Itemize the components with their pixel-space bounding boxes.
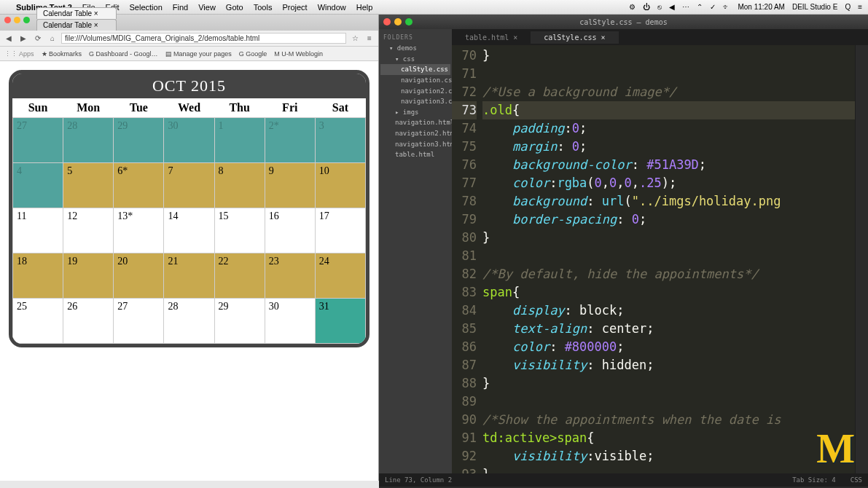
back-icon[interactable]: ◀ <box>3 34 15 42</box>
calendar-cell[interactable]: 30 <box>164 118 214 163</box>
editor-tab[interactable]: calStyle.css × <box>531 31 618 44</box>
menu-goto[interactable]: Goto <box>226 3 243 12</box>
code-line[interactable]: visibility: hidden; <box>482 356 855 374</box>
bookmark-item[interactable]: G Dashboard - Googl… <box>89 50 158 58</box>
chrome-traffic-lights[interactable] <box>4 17 30 23</box>
sidebar-item[interactable]: navigation.html <box>380 117 450 128</box>
code-line[interactable]: margin: 0; <box>482 138 855 156</box>
calendar-cell[interactable]: 20 <box>114 253 164 299</box>
menu-view[interactable]: View <box>198 3 216 12</box>
code-line[interactable]: } <box>482 465 855 473</box>
sidebar-item[interactable]: table.html <box>380 149 450 160</box>
calendar-cell[interactable]: 4 <box>13 163 63 208</box>
code-line[interactable]: .old{ <box>482 101 855 119</box>
calendar-cell[interactable]: 8 <box>214 163 265 208</box>
code-line[interactable]: display: block; <box>482 302 855 320</box>
calendar-cell[interactable]: 26 <box>63 299 114 344</box>
reload-icon[interactable]: ⟳ <box>32 34 44 42</box>
calendar-cell[interactable]: 30 <box>265 299 315 344</box>
menu-find[interactable]: Find <box>173 3 188 12</box>
calendar-cell[interactable]: 3 <box>315 118 365 163</box>
menubar-status[interactable]: ✓ <box>710 3 716 11</box>
calendar-cell[interactable]: 6* <box>114 163 164 208</box>
menu-icon[interactable]: ≡ <box>364 34 375 42</box>
bookmark-item[interactable]: G Google <box>239 50 267 58</box>
calendar-cell[interactable]: 31 <box>315 299 365 344</box>
bookmark-item[interactable]: ★ Bookmarks <box>42 50 82 58</box>
code-line[interactable]: background: url("../imgs/holiday.png <box>482 192 855 210</box>
calendar-cell[interactable]: 7 <box>164 163 214 208</box>
menubar-status[interactable]: ⚙ <box>629 3 636 11</box>
menubar-status[interactable]: ᯤ <box>723 3 730 11</box>
sidebar-item[interactable]: navigation2.html <box>380 128 450 139</box>
menubar-status[interactable]: ⏻ <box>643 3 650 11</box>
menu-help[interactable]: Help <box>356 3 373 12</box>
menu-project[interactable]: Project <box>282 3 307 12</box>
sidebar-item[interactable]: ▸ imgs <box>380 107 450 118</box>
code-line[interactable]: span{ <box>482 283 855 302</box>
code-line[interactable]: /*Show the appointments when the date is <box>482 411 855 429</box>
star-icon[interactable]: ☆ <box>349 34 361 42</box>
menubar-status[interactable]: ⌃ <box>697 3 703 11</box>
menu-window[interactable]: Window <box>318 3 346 12</box>
calendar-cell[interactable]: 5 <box>63 163 114 208</box>
code-line[interactable] <box>482 65 855 83</box>
calendar-cell[interactable]: 27 <box>13 118 63 163</box>
sidebar-item[interactable]: ▾ demos <box>380 43 450 54</box>
forward-icon[interactable]: ▶ <box>17 34 29 42</box>
code-line[interactable]: /*By default, hide the appointments*/ <box>482 265 855 283</box>
menu-selection[interactable]: Selection <box>130 3 163 12</box>
calendar-cell[interactable]: 17 <box>315 208 365 253</box>
menubar-status[interactable]: ⋯ <box>682 3 689 11</box>
code-line[interactable]: visibility:visible; <box>482 447 855 465</box>
menubar-status[interactable]: ⎋ <box>657 3 662 11</box>
calendar-cell[interactable]: 27 <box>114 299 164 344</box>
menubar-status[interactable]: Mon 11:20 AM <box>738 3 784 11</box>
sidebar-item[interactable]: navigation.css <box>380 75 450 86</box>
calendar-cell[interactable]: 12 <box>63 208 114 253</box>
sidebar-item[interactable]: navigation3.css <box>380 96 450 107</box>
calendar-cell[interactable]: 16 <box>265 208 315 253</box>
calendar-cell[interactable]: 25 <box>13 299 63 344</box>
code-line[interactable] <box>482 247 855 265</box>
code-line[interactable]: text-align: center; <box>482 320 855 338</box>
url-input[interactable]: file:///Volumes/MDIG_Camera_Originals_2/… <box>61 33 346 44</box>
home-icon[interactable]: ⌂ <box>47 34 58 42</box>
menubar-status[interactable]: ◀ <box>669 3 675 11</box>
calendar-cell[interactable]: 24 <box>315 253 365 299</box>
status-lang[interactable]: CSS <box>851 476 862 484</box>
sidebar-item[interactable]: ▾ css <box>380 54 450 65</box>
calendar-cell[interactable]: 14 <box>164 208 214 253</box>
calendar-cell[interactable]: 28 <box>63 118 114 163</box>
menubar-status[interactable]: Q <box>845 3 851 11</box>
code-line[interactable]: color:rgba(0,0,0,.25); <box>482 174 855 192</box>
calendar-cell[interactable]: 2* <box>265 118 315 163</box>
sidebar-item[interactable]: calStyle.css <box>380 64 450 75</box>
calendar-cell[interactable]: 28 <box>164 299 214 344</box>
code-area[interactable]: }/*Use a background image*/.old{ padding… <box>482 45 855 473</box>
code-line[interactable]: padding:0; <box>482 119 855 138</box>
chrome-tab[interactable]: Calendar Table × <box>36 19 117 31</box>
calendar-cell[interactable]: 21 <box>164 253 214 299</box>
code-line[interactable]: color: #800000; <box>482 338 855 356</box>
code-line[interactable] <box>482 393 855 411</box>
calendar-cell[interactable]: 18 <box>13 253 63 299</box>
code-line[interactable]: border-spacing: 0; <box>482 210 855 229</box>
status-tabsize[interactable]: Tab Size: 4 <box>792 476 836 484</box>
menu-tools[interactable]: Tools <box>254 3 273 12</box>
calendar-cell[interactable]: 13* <box>114 208 164 253</box>
minimap[interactable] <box>855 45 868 473</box>
menubar-status[interactable]: DEIL Studio E <box>792 3 837 11</box>
code-line[interactable]: background-color: #51A39D; <box>482 156 855 174</box>
code-line[interactable]: } <box>482 47 855 65</box>
code-line[interactable]: } <box>482 229 855 247</box>
sidebar-item[interactable]: navigation3.html <box>380 139 450 150</box>
calendar-cell[interactable]: 29 <box>214 299 265 344</box>
chrome-tab[interactable]: Calendar Table × <box>36 7 117 19</box>
editor-tab[interactable]: table.html × <box>452 31 531 44</box>
bookmark-item[interactable]: M U-M Weblogin <box>274 50 323 58</box>
calendar-cell[interactable]: 15 <box>214 208 265 253</box>
code-line[interactable]: td:active>span{ <box>482 429 855 447</box>
calendar-cell[interactable]: 19 <box>63 253 114 299</box>
editor[interactable]: 7071727374757677787980818283848586878889… <box>452 45 868 473</box>
